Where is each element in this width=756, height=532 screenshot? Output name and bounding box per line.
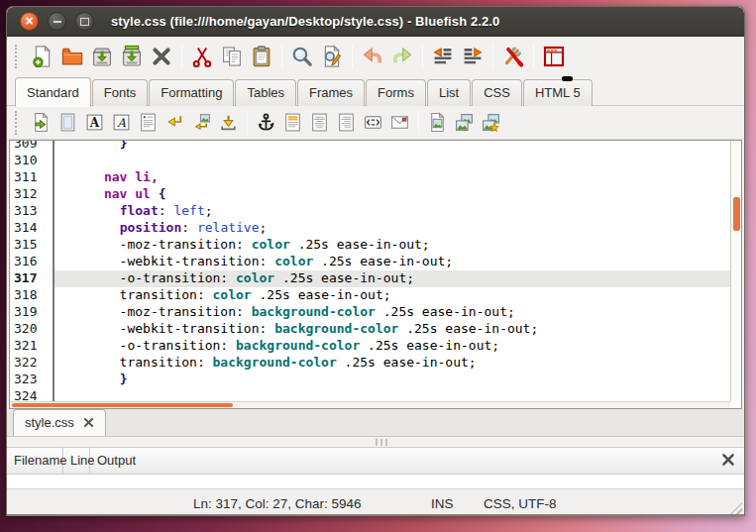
tab-frames[interactable]: Frames	[297, 79, 365, 106]
tab-fonts[interactable]: Fonts	[92, 79, 149, 106]
horizontal-scrollbar[interactable]	[10, 401, 730, 408]
toolbar-drag-handle[interactable]	[15, 45, 22, 68]
thumbnail-button[interactable]	[452, 110, 477, 135]
stray-mark	[562, 76, 573, 81]
new-document-icon	[31, 56, 54, 71]
code-line: }	[54, 372, 730, 388]
code-line: transition: background-color .25s ease-i…	[54, 355, 730, 372]
copy-button[interactable]	[218, 43, 246, 70]
bluefish-window: style.css (file:///home/gayan/Desktop/st…	[6, 6, 745, 516]
code-editor: 3093103113123133143153163173183193203213…	[9, 140, 742, 409]
center-justify-icon	[309, 121, 330, 136]
preferences-icon	[501, 56, 525, 71]
resize-grip-icon[interactable]	[729, 502, 742, 515]
output-column-filename[interactable]: Filename	[7, 448, 63, 474]
line-number-gutter: 3093103113123133143153163173183193203213…	[10, 141, 54, 401]
document-tab-style-css[interactable]: style.css	[13, 409, 106, 436]
html-tab-strip: StandardFontsFormattingTablesFramesForms…	[7, 76, 744, 106]
tab-html-5[interactable]: HTML 5	[523, 79, 593, 106]
tab-forms[interactable]: Forms	[366, 79, 426, 106]
comment-button[interactable]	[361, 110, 385, 135]
non-breaking-space-icon	[218, 121, 239, 136]
new-document-button[interactable]	[29, 43, 56, 70]
quickstart-icon	[31, 121, 52, 136]
indent-icon	[461, 56, 485, 71]
cut-icon	[190, 56, 214, 71]
indent-button[interactable]	[459, 43, 486, 70]
redo-icon	[390, 56, 414, 71]
close-document-button[interactable]	[148, 43, 175, 70]
vertical-scrollbar-thumb[interactable]	[733, 197, 740, 231]
line-number: 324	[10, 388, 53, 401]
break-clear-icon	[191, 121, 212, 136]
toolbar-separator	[492, 45, 493, 68]
save-as-button[interactable]	[118, 43, 146, 70]
document-tab-label: style.css	[25, 415, 74, 430]
paste-button[interactable]	[248, 43, 275, 70]
insert-image-button[interactable]	[425, 110, 450, 135]
line-number: 311	[10, 169, 53, 186]
svg-text:A: A	[89, 116, 100, 130]
title-bar[interactable]: style.css (file:///home/gayan/Desktop/st…	[7, 7, 744, 37]
output-column-output[interactable]: Output	[90, 448, 744, 474]
line-break-icon	[164, 121, 185, 136]
status-bar: Ln: 317, Col: 27, Char: 5946 INS CSS, UT…	[7, 488, 744, 516]
file-type-status: CSS, UTF-8	[484, 496, 557, 511]
bold-button[interactable]: A	[82, 110, 107, 135]
close-tab-icon[interactable]	[83, 417, 94, 428]
redo-button[interactable]	[388, 43, 416, 70]
code-line: -webkit-transition: color .25s ease-in-o…	[54, 254, 730, 270]
output-panel-close-button[interactable]	[721, 453, 735, 467]
pane-splitter[interactable]	[7, 437, 744, 447]
code-line: nav li,	[54, 169, 730, 186]
svg-text:A: A	[116, 116, 126, 130]
italic-icon: A	[111, 121, 132, 136]
unindent-button[interactable]	[429, 43, 457, 70]
save-icon	[90, 56, 114, 71]
center-justify-button[interactable]	[307, 110, 332, 135]
multi-thumbnail-button[interactable]	[479, 110, 503, 135]
find-button[interactable]	[288, 43, 316, 70]
find-replace-icon	[320, 56, 344, 71]
tab-list[interactable]: List	[427, 79, 471, 106]
minimize-window-button[interactable]	[48, 12, 66, 31]
italic-button[interactable]: A	[109, 110, 134, 135]
cut-button[interactable]	[188, 43, 216, 70]
horizontal-scrollbar-thumb[interactable]	[12, 403, 233, 407]
undo-button[interactable]	[359, 43, 386, 70]
anchor-button[interactable]	[254, 110, 278, 135]
line-number: 315	[10, 237, 53, 254]
line-break-button[interactable]	[162, 110, 187, 135]
open-file-button[interactable]	[58, 43, 86, 70]
line-number: 320	[10, 321, 53, 338]
line-number: 312	[10, 186, 53, 203]
vertical-scrollbar[interactable]	[730, 141, 741, 401]
save-button[interactable]	[88, 43, 116, 70]
break-clear-button[interactable]	[189, 110, 214, 135]
preferences-button[interactable]	[499, 43, 527, 70]
quickstart-button[interactable]	[29, 110, 54, 135]
toolbar-separator	[422, 45, 423, 68]
email-button[interactable]	[387, 110, 412, 135]
tab-tables[interactable]: Tables	[235, 79, 296, 106]
line-number: 316	[10, 254, 53, 270]
tab-formatting[interactable]: Formatting	[149, 79, 234, 106]
tab-standard[interactable]: Standard	[15, 77, 91, 107]
toolbar-drag-handle[interactable]	[15, 111, 22, 135]
tab-css[interactable]: CSS	[472, 79, 522, 106]
view-in-browser-button[interactable]	[540, 43, 568, 70]
code-text-area[interactable]: } nav li, nav ul { float: left; position…	[54, 141, 730, 401]
maximize-window-button[interactable]	[75, 12, 94, 31]
paragraph-button[interactable]	[136, 110, 161, 135]
non-breaking-space-button[interactable]	[216, 110, 241, 135]
toolbar-separator	[352, 45, 353, 68]
horizontal-rule-button[interactable]	[280, 110, 305, 135]
close-window-button[interactable]	[20, 12, 39, 31]
body-tag-button[interactable]	[55, 110, 80, 135]
right-justify-button[interactable]	[334, 110, 359, 135]
find-replace-button[interactable]	[318, 43, 346, 70]
code-line: -moz-transition: color .25s ease-in-out;	[54, 237, 730, 254]
line-number: 318	[10, 287, 53, 304]
splitter-grip-icon[interactable]	[376, 439, 387, 446]
output-column-line[interactable]: Line	[63, 448, 90, 474]
